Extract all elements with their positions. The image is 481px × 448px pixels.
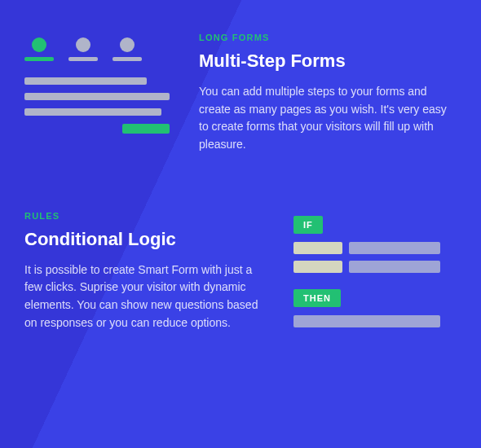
feature-description: You can add multiple steps to your forms… [199, 83, 457, 154]
form-line [24, 77, 147, 85]
form-line [24, 93, 170, 100]
feature-description: It is possible to create Smart Form with… [24, 261, 266, 332]
multistep-illustration [24, 33, 171, 154]
eyebrow-label: LONG FORMS [199, 33, 457, 42]
rule-box [349, 261, 440, 273]
if-tag: IF [293, 216, 323, 234]
conditional-illustration: IF THEN [293, 211, 457, 334]
form-line [24, 108, 161, 116]
step-indicator [68, 37, 98, 61]
step-indicator [113, 37, 142, 61]
feature-multistep: LONG FORMS Multi-Step Forms You can add … [24, 33, 457, 154]
eyebrow-label: RULES [24, 211, 266, 221]
rule-box [349, 242, 440, 254]
rule-box [293, 315, 440, 327]
feature-heading: Multi-Step Forms [199, 51, 457, 72]
rule-box [293, 261, 342, 273]
step-indicator-active [24, 37, 54, 61]
rule-box [293, 242, 342, 254]
feature-heading: Conditional Logic [24, 229, 266, 250]
then-tag: THEN [293, 289, 341, 307]
form-submit-icon [122, 124, 170, 134]
feature-conditional: RULES Conditional Logic It is possible t… [24, 211, 457, 334]
